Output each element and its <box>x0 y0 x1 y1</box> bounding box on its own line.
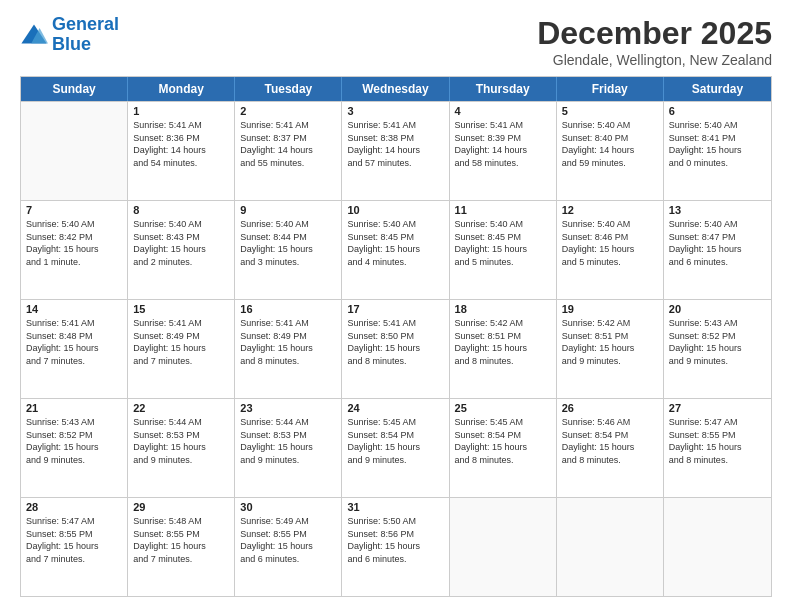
day-info: Sunrise: 5:44 AM Sunset: 8:53 PM Dayligh… <box>240 416 336 466</box>
title-block: December 2025 Glendale, Wellington, New … <box>537 15 772 68</box>
day-info: Sunrise: 5:41 AM Sunset: 8:36 PM Dayligh… <box>133 119 229 169</box>
calendar-header: SundayMondayTuesdayWednesdayThursdayFrid… <box>21 77 771 101</box>
calendar-cell: 14Sunrise: 5:41 AM Sunset: 8:48 PM Dayli… <box>21 300 128 398</box>
day-number: 11 <box>455 204 551 216</box>
calendar-cell <box>557 498 664 596</box>
day-info: Sunrise: 5:41 AM Sunset: 8:38 PM Dayligh… <box>347 119 443 169</box>
calendar-cell: 27Sunrise: 5:47 AM Sunset: 8:55 PM Dayli… <box>664 399 771 497</box>
calendar-cell: 1Sunrise: 5:41 AM Sunset: 8:36 PM Daylig… <box>128 102 235 200</box>
calendar-cell: 17Sunrise: 5:41 AM Sunset: 8:50 PM Dayli… <box>342 300 449 398</box>
day-info: Sunrise: 5:44 AM Sunset: 8:53 PM Dayligh… <box>133 416 229 466</box>
calendar-cell: 19Sunrise: 5:42 AM Sunset: 8:51 PM Dayli… <box>557 300 664 398</box>
day-info: Sunrise: 5:40 AM Sunset: 8:40 PM Dayligh… <box>562 119 658 169</box>
calendar-cell: 4Sunrise: 5:41 AM Sunset: 8:39 PM Daylig… <box>450 102 557 200</box>
day-number: 27 <box>669 402 766 414</box>
day-number: 17 <box>347 303 443 315</box>
header: General Blue December 2025 Glendale, Wel… <box>20 15 772 68</box>
day-info: Sunrise: 5:42 AM Sunset: 8:51 PM Dayligh… <box>455 317 551 367</box>
weekday-header: Monday <box>128 77 235 101</box>
calendar-body: 1Sunrise: 5:41 AM Sunset: 8:36 PM Daylig… <box>21 101 771 596</box>
calendar-cell: 9Sunrise: 5:40 AM Sunset: 8:44 PM Daylig… <box>235 201 342 299</box>
day-number: 19 <box>562 303 658 315</box>
calendar-week-row: 1Sunrise: 5:41 AM Sunset: 8:36 PM Daylig… <box>21 101 771 200</box>
day-info: Sunrise: 5:40 AM Sunset: 8:45 PM Dayligh… <box>347 218 443 268</box>
calendar-cell <box>450 498 557 596</box>
day-info: Sunrise: 5:41 AM Sunset: 8:39 PM Dayligh… <box>455 119 551 169</box>
calendar-cell: 23Sunrise: 5:44 AM Sunset: 8:53 PM Dayli… <box>235 399 342 497</box>
calendar-cell: 7Sunrise: 5:40 AM Sunset: 8:42 PM Daylig… <box>21 201 128 299</box>
logo-text: General Blue <box>52 15 119 55</box>
calendar-week-row: 14Sunrise: 5:41 AM Sunset: 8:48 PM Dayli… <box>21 299 771 398</box>
day-number: 3 <box>347 105 443 117</box>
calendar-cell: 8Sunrise: 5:40 AM Sunset: 8:43 PM Daylig… <box>128 201 235 299</box>
day-number: 26 <box>562 402 658 414</box>
weekday-header: Friday <box>557 77 664 101</box>
weekday-header: Thursday <box>450 77 557 101</box>
logo-icon <box>20 21 48 49</box>
day-number: 12 <box>562 204 658 216</box>
day-number: 22 <box>133 402 229 414</box>
calendar-cell: 16Sunrise: 5:41 AM Sunset: 8:49 PM Dayli… <box>235 300 342 398</box>
day-number: 8 <box>133 204 229 216</box>
calendar-cell: 18Sunrise: 5:42 AM Sunset: 8:51 PM Dayli… <box>450 300 557 398</box>
calendar-cell: 10Sunrise: 5:40 AM Sunset: 8:45 PM Dayli… <box>342 201 449 299</box>
day-info: Sunrise: 5:40 AM Sunset: 8:45 PM Dayligh… <box>455 218 551 268</box>
day-number: 23 <box>240 402 336 414</box>
day-number: 31 <box>347 501 443 513</box>
day-info: Sunrise: 5:41 AM Sunset: 8:49 PM Dayligh… <box>240 317 336 367</box>
logo-line1: General <box>52 14 119 34</box>
day-number: 18 <box>455 303 551 315</box>
calendar-subtitle: Glendale, Wellington, New Zealand <box>537 52 772 68</box>
day-number: 10 <box>347 204 443 216</box>
day-number: 21 <box>26 402 122 414</box>
calendar-cell <box>21 102 128 200</box>
calendar-cell: 12Sunrise: 5:40 AM Sunset: 8:46 PM Dayli… <box>557 201 664 299</box>
logo-line2: Blue <box>52 35 119 55</box>
day-number: 30 <box>240 501 336 513</box>
day-number: 7 <box>26 204 122 216</box>
day-number: 24 <box>347 402 443 414</box>
calendar-cell: 6Sunrise: 5:40 AM Sunset: 8:41 PM Daylig… <box>664 102 771 200</box>
calendar-cell: 5Sunrise: 5:40 AM Sunset: 8:40 PM Daylig… <box>557 102 664 200</box>
calendar-cell: 30Sunrise: 5:49 AM Sunset: 8:55 PM Dayli… <box>235 498 342 596</box>
day-number: 9 <box>240 204 336 216</box>
weekday-header: Wednesday <box>342 77 449 101</box>
day-number: 4 <box>455 105 551 117</box>
calendar-cell: 11Sunrise: 5:40 AM Sunset: 8:45 PM Dayli… <box>450 201 557 299</box>
calendar-week-row: 28Sunrise: 5:47 AM Sunset: 8:55 PM Dayli… <box>21 497 771 596</box>
calendar: SundayMondayTuesdayWednesdayThursdayFrid… <box>20 76 772 597</box>
day-info: Sunrise: 5:40 AM Sunset: 8:41 PM Dayligh… <box>669 119 766 169</box>
day-info: Sunrise: 5:40 AM Sunset: 8:47 PM Dayligh… <box>669 218 766 268</box>
calendar-cell: 15Sunrise: 5:41 AM Sunset: 8:49 PM Dayli… <box>128 300 235 398</box>
calendar-cell: 29Sunrise: 5:48 AM Sunset: 8:55 PM Dayli… <box>128 498 235 596</box>
calendar-cell: 13Sunrise: 5:40 AM Sunset: 8:47 PM Dayli… <box>664 201 771 299</box>
day-info: Sunrise: 5:47 AM Sunset: 8:55 PM Dayligh… <box>669 416 766 466</box>
calendar-cell: 21Sunrise: 5:43 AM Sunset: 8:52 PM Dayli… <box>21 399 128 497</box>
calendar-cell: 20Sunrise: 5:43 AM Sunset: 8:52 PM Dayli… <box>664 300 771 398</box>
day-number: 20 <box>669 303 766 315</box>
day-info: Sunrise: 5:50 AM Sunset: 8:56 PM Dayligh… <box>347 515 443 565</box>
day-info: Sunrise: 5:48 AM Sunset: 8:55 PM Dayligh… <box>133 515 229 565</box>
calendar-cell: 31Sunrise: 5:50 AM Sunset: 8:56 PM Dayli… <box>342 498 449 596</box>
day-info: Sunrise: 5:45 AM Sunset: 8:54 PM Dayligh… <box>455 416 551 466</box>
calendar-cell: 24Sunrise: 5:45 AM Sunset: 8:54 PM Dayli… <box>342 399 449 497</box>
day-number: 2 <box>240 105 336 117</box>
day-number: 28 <box>26 501 122 513</box>
calendar-cell: 22Sunrise: 5:44 AM Sunset: 8:53 PM Dayli… <box>128 399 235 497</box>
calendar-cell: 2Sunrise: 5:41 AM Sunset: 8:37 PM Daylig… <box>235 102 342 200</box>
day-number: 6 <box>669 105 766 117</box>
weekday-header: Saturday <box>664 77 771 101</box>
day-number: 15 <box>133 303 229 315</box>
calendar-week-row: 21Sunrise: 5:43 AM Sunset: 8:52 PM Dayli… <box>21 398 771 497</box>
page: General Blue December 2025 Glendale, Wel… <box>0 0 792 612</box>
day-number: 14 <box>26 303 122 315</box>
calendar-cell: 26Sunrise: 5:46 AM Sunset: 8:54 PM Dayli… <box>557 399 664 497</box>
day-info: Sunrise: 5:40 AM Sunset: 8:43 PM Dayligh… <box>133 218 229 268</box>
day-info: Sunrise: 5:40 AM Sunset: 8:42 PM Dayligh… <box>26 218 122 268</box>
calendar-cell: 28Sunrise: 5:47 AM Sunset: 8:55 PM Dayli… <box>21 498 128 596</box>
day-number: 25 <box>455 402 551 414</box>
weekday-header: Sunday <box>21 77 128 101</box>
calendar-cell: 3Sunrise: 5:41 AM Sunset: 8:38 PM Daylig… <box>342 102 449 200</box>
day-info: Sunrise: 5:41 AM Sunset: 8:49 PM Dayligh… <box>133 317 229 367</box>
day-number: 5 <box>562 105 658 117</box>
